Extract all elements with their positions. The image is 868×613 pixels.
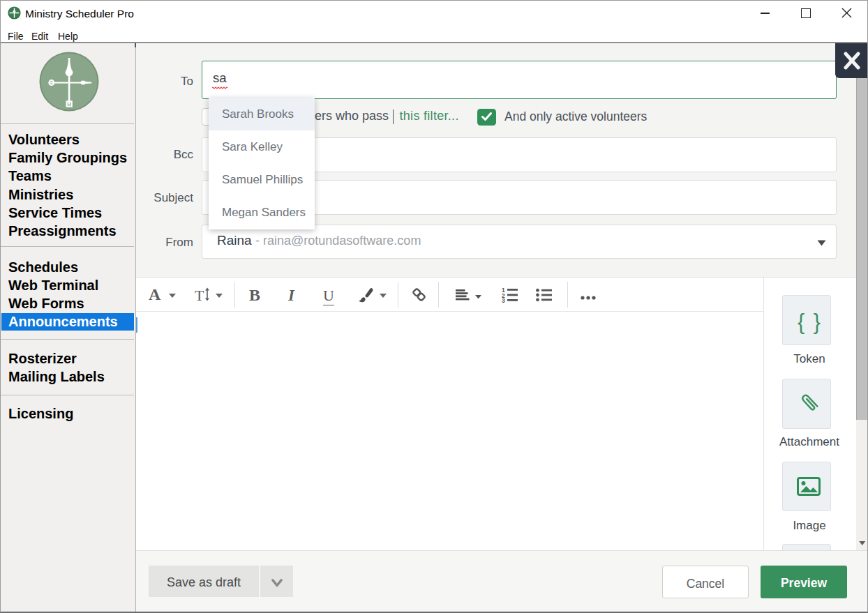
svg-text:3: 3	[502, 297, 505, 303]
